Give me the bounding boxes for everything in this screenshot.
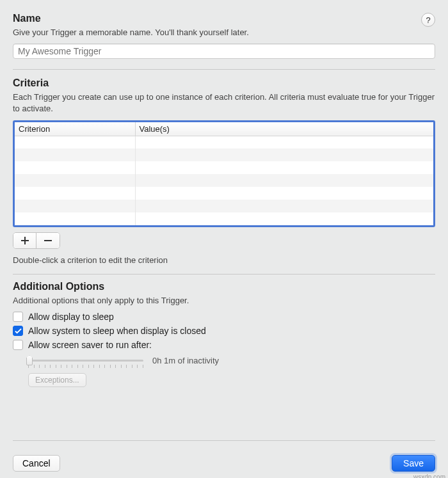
options-title: Additional Options bbox=[13, 281, 435, 292]
table-row[interactable] bbox=[15, 161, 433, 174]
plus-icon bbox=[21, 237, 29, 244]
criteria-table[interactable]: Criterion Value(s) bbox=[13, 120, 435, 228]
add-criterion-button[interactable] bbox=[13, 233, 36, 248]
options-description: Additional options that only apply to th… bbox=[13, 295, 435, 307]
slider-knob[interactable] bbox=[26, 355, 33, 365]
table-row[interactable] bbox=[15, 136, 433, 148]
allow-screensaver-label: Allow screen saver to run after: bbox=[28, 340, 152, 350]
criteria-add-remove-group bbox=[13, 232, 60, 249]
trigger-name-input[interactable] bbox=[13, 44, 435, 59]
exceptions-button: Exceptions... bbox=[28, 373, 86, 387]
inactivity-value-label: 0h 1m of inactivity bbox=[152, 356, 219, 365]
check-icon bbox=[15, 328, 22, 335]
table-row[interactable] bbox=[15, 148, 433, 161]
allow-system-sleep-label: Allow system to sleep when display is cl… bbox=[28, 326, 206, 336]
column-header-criterion[interactable]: Criterion bbox=[15, 122, 135, 136]
table-row[interactable] bbox=[15, 212, 433, 225]
help-button[interactable]: ? bbox=[421, 13, 435, 27]
cancel-button[interactable]: Cancel bbox=[13, 455, 60, 472]
watermark: wsxdn.com bbox=[413, 474, 445, 478]
inactivity-slider[interactable] bbox=[28, 354, 143, 367]
remove-criterion-button[interactable] bbox=[36, 233, 60, 248]
svg-rect-0 bbox=[44, 240, 52, 241]
criteria-description: Each Trigger you create can use up to on… bbox=[13, 92, 435, 115]
minus-icon bbox=[44, 237, 52, 244]
save-button[interactable]: Save bbox=[392, 455, 435, 472]
criteria-hint: Double-click a criterion to edit the cri… bbox=[13, 255, 435, 265]
allow-display-sleep-label: Allow display to sleep bbox=[28, 312, 114, 322]
criteria-title: Criteria bbox=[13, 77, 435, 89]
table-row[interactable] bbox=[15, 200, 433, 212]
name-title: Name bbox=[13, 13, 41, 24]
name-description: Give your Trigger a memorable name. You'… bbox=[13, 27, 435, 38]
allow-screensaver-checkbox[interactable] bbox=[13, 340, 23, 350]
column-header-values[interactable]: Value(s) bbox=[135, 122, 433, 136]
table-row[interactable] bbox=[15, 187, 433, 200]
allow-display-sleep-checkbox[interactable] bbox=[13, 312, 23, 322]
table-row[interactable] bbox=[15, 174, 433, 187]
question-icon: ? bbox=[426, 15, 430, 25]
allow-system-sleep-checkbox[interactable] bbox=[13, 326, 23, 336]
